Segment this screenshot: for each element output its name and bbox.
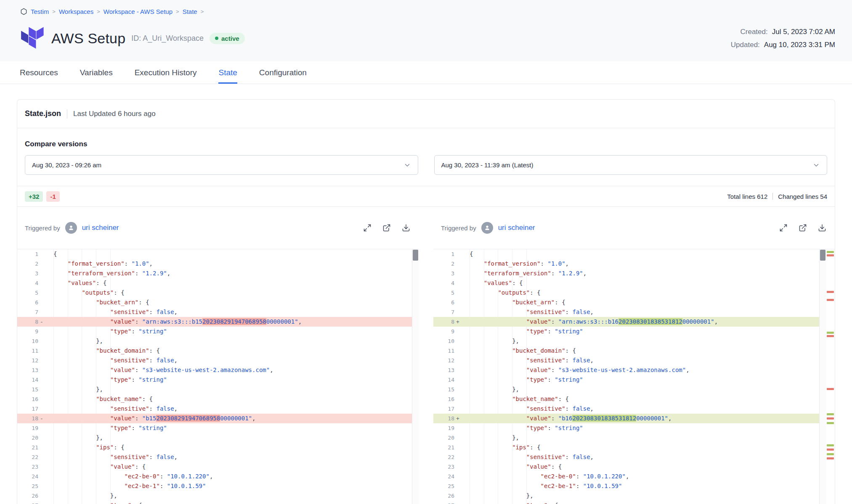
code-line-5: 5 "outputs": {: [433, 288, 835, 298]
created-label: Created:: [741, 28, 768, 36]
code-line-19: 19 "type": "string": [17, 423, 419, 433]
code-text: "sensitive": false,: [45, 307, 178, 317]
line-number: 10: [17, 336, 38, 346]
code-line-3: 3 "terraform_version": "1.2.9",: [433, 269, 835, 278]
breadcrumb-link[interactable]: State: [183, 8, 197, 15]
code-line-7: 7 "sensitive": false,: [17, 307, 419, 317]
code-text: "ec2-be-0": "10.0.1.220",: [45, 472, 213, 481]
scrollbar[interactable]: [412, 249, 419, 504]
workspace-id: ID: A_Uri_Workspace: [131, 34, 204, 43]
tab-execution-history[interactable]: Execution History: [135, 61, 197, 84]
line-number: 16: [17, 394, 38, 404]
code-line-23: 23 "value": {: [17, 462, 419, 472]
code-line-9: 9 "type": "string": [433, 327, 835, 336]
expand-icon[interactable]: [363, 224, 372, 232]
diff-marker: [454, 327, 461, 336]
version-selects: Aug 30, 2023 - 09:26 am Aug 30, 2023 - 1…: [25, 155, 827, 175]
line-number: 12: [17, 356, 38, 365]
code-text: "bucket_arn": {: [45, 298, 149, 307]
scrollbar-thumb[interactable]: [413, 250, 418, 261]
code-text: "bucket_name": {: [45, 394, 153, 404]
pane-actions: [363, 224, 410, 232]
triggered-by-row: Triggered by uri scheiner: [433, 207, 835, 249]
minimap-mark: [827, 251, 834, 253]
download-icon[interactable]: [402, 224, 410, 232]
code-text: "ips": {: [461, 443, 541, 452]
breadcrumb-chevron-icon: >: [97, 8, 100, 15]
external-link-icon[interactable]: [382, 224, 391, 232]
updated-row: Updated:Aug 10, 2023 3:31 PM: [731, 38, 835, 51]
triggered-by-row: Triggered by uri scheiner: [17, 207, 419, 249]
diff-marker: [38, 404, 45, 414]
code-line-12: 12 "sensitive": false,: [433, 356, 835, 365]
tab-resources[interactable]: Resources: [20, 61, 58, 84]
breadcrumb-chevron-icon: >: [201, 8, 204, 15]
diff-marker: [454, 462, 461, 472]
diff-marker: [454, 443, 461, 452]
code-text: "sensitive": false,: [461, 404, 594, 414]
code-text: "type": "string": [461, 423, 583, 433]
status-badge: active: [210, 33, 245, 44]
diff-marker: [38, 249, 45, 259]
triggered-by-label: Triggered by: [441, 224, 476, 232]
last-updated: Last Updated 6 hours ago: [73, 110, 156, 118]
tab-state[interactable]: State: [218, 61, 237, 84]
code-text: "type": "string": [461, 375, 583, 385]
user-link[interactable]: uri scheiner: [498, 224, 535, 232]
code-pane-right: 1{2 "format_version": "1.0",3 "terraform…: [433, 249, 835, 504]
version-select-right[interactable]: Aug 30, 2023 - 11:39 am (Latest): [434, 155, 828, 175]
code-text: "value": "b1520230829194706895800000001"…: [45, 414, 255, 423]
line-number: 2: [17, 259, 38, 269]
line-number: 20: [17, 433, 38, 443]
diff-marker: [38, 365, 45, 375]
code-line-10: 10 },: [433, 336, 835, 346]
compare-versions-title: Compare versions: [25, 140, 827, 148]
line-number: 24: [17, 472, 38, 481]
line-number: 18: [433, 414, 454, 423]
line-number: 7: [17, 307, 38, 317]
code-line-8: 8- "value": "arn:aws:s3:::b1520230829194…: [17, 317, 419, 327]
expand-icon[interactable]: [779, 224, 788, 232]
code-text: "bucket_name": {: [461, 394, 569, 404]
tab-variables[interactable]: Variables: [80, 61, 113, 84]
scrollbar-thumb[interactable]: [820, 250, 825, 261]
code-line-4: 4 "values": {: [17, 278, 419, 288]
line-number: 25: [17, 481, 38, 491]
code-text: },: [461, 491, 533, 501]
code-line-17: 17 "sensitive": false,: [433, 404, 835, 414]
breadcrumb-link[interactable]: Testim: [31, 8, 49, 15]
chevron-down-icon: [812, 161, 820, 169]
code-line-18: 18+ "value": "b1620230830183853181200000…: [433, 414, 835, 423]
diff-marker: [38, 433, 45, 443]
line-number: 6: [17, 298, 38, 307]
breadcrumb-chevron-icon: >: [176, 8, 179, 15]
code-line-21: 21 "ips": {: [17, 443, 419, 452]
line-number: 17: [17, 404, 38, 414]
version-select-left[interactable]: Aug 30, 2023 - 09:26 am: [25, 155, 418, 175]
code-text: "format_version": "1.0",: [45, 259, 153, 269]
code-line-25: 25 "ec2-be-1": "10.0.1.59": [433, 481, 835, 491]
diff-stats-row: +32 -1 Total lines 612 Changed lines 54: [17, 186, 835, 207]
code-text: "sensitive": false,: [45, 452, 178, 462]
code-text: "value": "arn:aws:s3:::b1520230829194706…: [45, 317, 302, 327]
state-card: State.json Last Updated 6 hours ago Comp…: [17, 99, 835, 504]
code-line-15: 15 },: [433, 385, 835, 394]
line-number: 2: [433, 259, 454, 269]
scrollbar[interactable]: [819, 249, 826, 504]
external-link-icon[interactable]: [799, 224, 807, 232]
code-line-14: 14 "type": "string": [17, 375, 419, 385]
line-number: 14: [433, 375, 454, 385]
download-icon[interactable]: [818, 224, 826, 232]
user-link[interactable]: uri scheiner: [82, 224, 119, 232]
updated-label: Updated:: [731, 41, 760, 49]
code-line-11: 11 "bucket_domain": {: [433, 346, 835, 356]
line-number: 19: [433, 423, 454, 433]
diff-marker: [454, 433, 461, 443]
diff-marker: [38, 491, 45, 501]
tab-configuration[interactable]: Configuration: [259, 61, 307, 84]
breadcrumb-link[interactable]: Workspace - AWS Setup: [104, 8, 173, 15]
pane-actions: [779, 224, 826, 232]
diff-marker: [38, 336, 45, 346]
breadcrumb-link[interactable]: Workspaces: [59, 8, 93, 15]
minimap-mark: [827, 299, 834, 301]
